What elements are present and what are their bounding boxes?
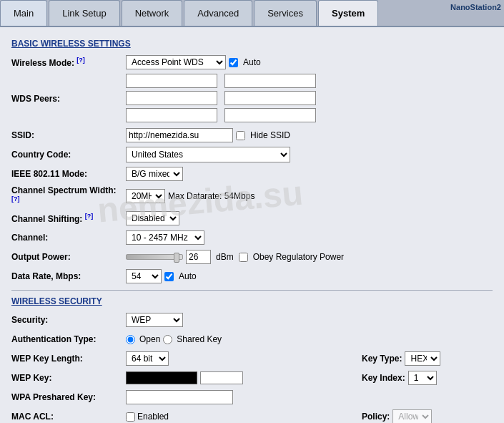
wds-peer-3[interactable] [126,91,217,105]
tab-link-setup[interactable]: Link Setup [49,0,119,26]
hide-ssid-label: Hide SSID [250,130,290,140]
key-type-select[interactable]: HEX [405,351,440,366]
data-rate-controls: 54 Auto [126,269,197,283]
key-index-select[interactable]: 1 [408,371,437,385]
wireless-mode-auto-label: Auto [243,57,261,67]
output-power-row: Output Power: document.querySelector('[d… [11,249,493,265]
section-divider [11,290,493,291]
brand-label: NanoStation2 [450,3,501,11]
channel-shifting-row: Channel Shifting: [?] Disabled [11,210,493,226]
wds-peer-6[interactable] [224,108,316,122]
wireless-mode-select[interactable]: Access Point WDS [126,55,226,69]
security-controls: WEP [126,313,183,327]
wep-key-label: WEP Key: [11,373,126,383]
wds-peers-grid [126,74,317,124]
allow-select[interactable]: Allow [392,409,432,423]
data-rate-row: Data Rate, Mbps: 54 Auto [11,268,493,284]
basic-section-title: BASIC WIRELESS SETTINGS [11,39,493,49]
auth-type-controls: Open Shared Key [126,334,222,344]
output-power-slider-thumb [174,253,179,263]
channel-label: Channel: [11,233,126,243]
data-rate-select[interactable]: 54 [126,269,162,283]
key-type-area: Key Type: HEX [362,351,440,366]
wpa-key-label: WPA Preshared Key: [11,392,126,402]
data-rate-auto-checkbox[interactable] [164,272,174,281]
channel-shifting-select[interactable]: Disabled [126,211,179,225]
ssid-controls: document.querySelector('[data-name="ssid… [126,128,290,142]
channel-spectrum-row: Channel Spectrum Width: [?] 20MHz Max Da… [11,185,493,207]
ieee-mode-label: IEEE 802.11 Mode: [11,169,126,179]
security-label: Security: [11,315,126,325]
wep-key-black-box [126,371,197,384]
output-power-slider-track[interactable] [126,254,183,260]
channel-spectrum-controls: 20MHz Max Datarate: 54Mbps [126,189,255,203]
tab-advanced[interactable]: Advanced [184,0,252,26]
security-select[interactable]: WEP [126,313,183,327]
channel-select[interactable]: 10 - 2457 MHz [126,230,204,245]
country-code-label: Country Code: [11,150,126,160]
wds-peer-4[interactable] [224,91,316,105]
wep-key-rest-box [200,371,243,384]
auth-open-radio[interactable] [126,335,135,344]
top-navigation: Main Link Setup Network Advanced Service… [0,0,504,27]
key-index-label: Key Index: [362,373,405,383]
mac-acl-enabled-area: Enabled [126,412,169,422]
key-index-area: Key Index: 1 [362,371,437,385]
wep-key-length-row: WEP Key Length: 64 bit Key Type: HEX [11,351,493,366]
tab-services[interactable]: Services [254,0,317,26]
wds-peers-label: WDS Peers: [11,94,126,104]
tab-system[interactable]: System [318,0,378,26]
main-content: nemezida.su BASIC WIRELESS SETTINGS Wire… [0,27,504,423]
data-rate-label: Data Rate, Mbps: [11,271,126,281]
hide-ssid-checkbox[interactable] [236,131,245,140]
wpa-key-controls [126,390,233,404]
ssid-input[interactable] [126,128,233,142]
key-type-label: Key Type: [362,354,402,364]
channel-spectrum-label: Channel Spectrum Width: [?] [11,185,126,207]
channel-spectrum-extra: Max Datarate: 54Mbps [168,191,255,201]
mac-acl-enabled-checkbox[interactable] [126,412,135,422]
wireless-mode-row: Wireless Mode: [?] Access Point WDS Auto [11,54,493,70]
country-code-select[interactable]: United States [126,147,290,162]
policy-area: Policy: Allow [362,409,432,423]
output-power-controls: document.querySelector('[data-name="outp… [126,250,344,264]
mac-acl-controls: Enabled [126,412,340,422]
wep-key-length-select[interactable]: 64 bit [126,351,169,366]
country-code-controls: United States [126,147,290,162]
channel-spectrum-select[interactable]: 20MHz [126,189,165,203]
output-power-value-input[interactable] [186,250,211,264]
channel-shifting-controls: Disabled [126,211,179,225]
auth-shared-radio[interactable] [163,335,172,344]
ssid-label: SSID: [11,130,126,140]
mac-acl-row: MAC ACL: Enabled Policy: Allow [11,409,493,423]
wds-peer-1[interactable] [126,74,217,88]
wep-key-controls [126,371,340,384]
wds-peer-5[interactable] [126,108,217,122]
wireless-mode-help-link[interactable]: [?] [76,57,85,64]
channel-shifting-help-link[interactable]: [?] [85,213,94,220]
wpa-key-row: WPA Preshared Key: [11,389,493,405]
ssid-row: SSID: document.querySelector('[data-name… [11,127,493,143]
auth-open-label: Open [139,334,160,344]
output-power-label: Output Power: [11,252,126,262]
wireless-mode-auto-checkbox[interactable] [229,58,238,67]
auth-shared-label: Shared Key [177,334,222,344]
channel-spectrum-help-link[interactable]: [?] [11,195,20,203]
policy-label: Policy: [362,412,390,422]
content-wrapper: nemezida.su BASIC WIRELESS SETTINGS Wire… [11,39,493,423]
country-code-row: Country Code: United States [11,147,493,162]
output-power-slider-container [126,254,183,260]
dbm-label: dBm [216,252,234,262]
ieee-mode-select[interactable]: B/G mixed [126,167,183,181]
tab-main[interactable]: Main [0,0,47,26]
tab-network[interactable]: Network [122,0,183,26]
channel-controls: 10 - 2457 MHz [126,230,204,245]
wireless-mode-controls: Access Point WDS Auto [126,55,261,69]
wep-key-row: WEP Key: Key Index: 1 [11,370,493,386]
obey-regulatory-checkbox[interactable] [239,253,248,262]
ieee-mode-row: IEEE 802.11 Mode: B/G mixed [11,166,493,182]
wep-key-length-label: WEP Key Length: [11,354,126,364]
security-section-title: WIRELESS SECURITY [11,296,493,306]
wds-peer-2[interactable] [224,74,316,88]
wpa-key-input[interactable] [126,390,233,404]
